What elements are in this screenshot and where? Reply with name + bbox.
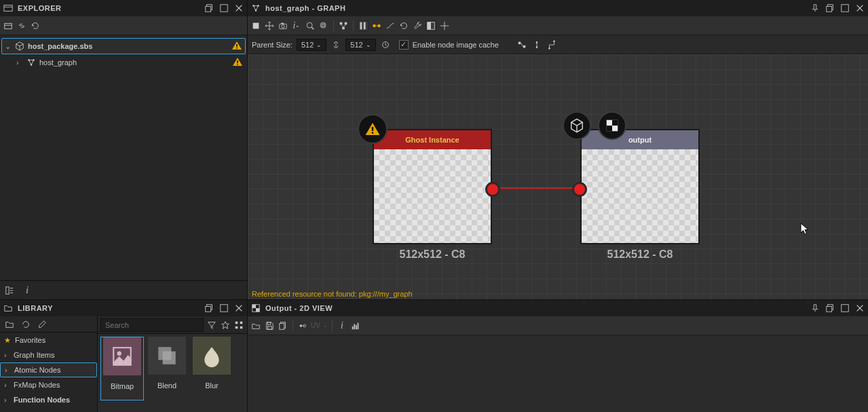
pkg-icon[interactable] — [3, 20, 14, 31]
route-icon[interactable] — [531, 39, 542, 50]
parent-size-w-select[interactable]: 512⌄ — [297, 39, 326, 51]
reload-icon[interactable] — [398, 20, 409, 31]
histogram-icon[interactable] — [350, 320, 361, 331]
graph-title: host_graph - GRAPH — [265, 4, 806, 12]
svg-rect-40 — [364, 22, 366, 29]
star-icon: ★ — [4, 336, 11, 345]
fit-icon[interactable] — [250, 20, 261, 31]
uv-label[interactable]: UV — [311, 322, 320, 329]
curve-icon[interactable] — [385, 20, 396, 31]
node-tree-icon[interactable] — [338, 20, 349, 31]
graph-status: Referenced resource not found: pkg:///my… — [252, 290, 413, 298]
view2d-canvas[interactable] — [248, 335, 868, 412]
output-port[interactable] — [485, 182, 500, 197]
close-icon[interactable] — [854, 3, 865, 14]
svg-rect-85 — [280, 323, 284, 329]
warning-icon — [231, 40, 242, 52]
zoom-icon[interactable] — [305, 20, 316, 31]
lib-item-label: Blend — [157, 381, 176, 390]
svg-rect-24 — [827, 6, 832, 12]
filter-icon[interactable] — [206, 320, 217, 331]
restore-icon[interactable] — [825, 3, 835, 14]
graph-canvas[interactable]: Ghost Instance 512x512 - C8 output 512x5… — [248, 54, 868, 299]
tree-item-package[interactable]: ⌄ host_package.sbs — [1, 38, 246, 54]
restore-icon[interactable] — [825, 303, 835, 314]
library-search-input[interactable] — [100, 318, 204, 332]
svg-rect-3 — [206, 6, 211, 12]
input-port[interactable] — [572, 182, 587, 197]
enable-cache-checkbox[interactable]: ✓ Enable node image cache — [399, 40, 499, 50]
restore-icon[interactable] — [204, 303, 214, 314]
fav-filter-icon[interactable] — [220, 320, 231, 331]
connect-icon[interactable] — [371, 20, 382, 31]
channel-icon[interactable] — [297, 320, 308, 331]
lib-cat-favorites[interactable]: ★Favorites — [0, 333, 97, 348]
close-icon[interactable] — [233, 3, 244, 14]
lib-item-bitmap[interactable]: Bitmap — [100, 337, 144, 400]
align-nodes-icon[interactable] — [516, 39, 527, 50]
node-title: Ghost Instance — [405, 136, 459, 144]
crosshair-icon[interactable] — [439, 20, 450, 31]
close-icon[interactable] — [233, 303, 244, 314]
restore-icon[interactable] — [204, 3, 214, 14]
svg-line-33 — [312, 27, 314, 29]
branch-icon[interactable] — [546, 39, 557, 50]
align-v-icon[interactable] — [358, 20, 369, 31]
chevron-down-icon[interactable]: ⌄ — [323, 322, 328, 329]
prop-icon[interactable] — [4, 285, 15, 296]
lib-item-blend[interactable]: Blend — [145, 337, 189, 400]
camera-icon[interactable] — [278, 20, 288, 31]
maximize-icon[interactable] — [839, 303, 850, 314]
node-ghost-instance[interactable]: Ghost Instance 512x512 - C8 — [373, 129, 492, 244]
maximize-icon[interactable] — [219, 303, 229, 314]
view2d-title: Output - 2D VIEW — [265, 304, 806, 312]
tree-item-graph[interactable]: › host_graph — [1, 54, 246, 71]
info-icon[interactable]: i — [337, 320, 347, 331]
info-caret-icon[interactable]: i⌄ — [291, 20, 302, 31]
node-output[interactable]: output 512x512 - C8 — [580, 129, 700, 244]
lib-cat-fxmap-nodes[interactable]: ›FxMap Nodes — [0, 377, 97, 392]
move-icon[interactable] — [264, 20, 275, 31]
reset-size-icon[interactable] — [380, 39, 391, 50]
svg-point-71 — [117, 352, 121, 356]
pin-icon[interactable] — [810, 3, 820, 14]
maximize-icon[interactable] — [219, 3, 229, 14]
svg-rect-73 — [163, 352, 176, 364]
explorer-title: EXPLORER — [18, 4, 200, 12]
lib-edit-icon[interactable] — [37, 319, 48, 330]
lib-folder-icon[interactable] — [4, 319, 15, 330]
lib-refresh-icon[interactable] — [20, 319, 31, 330]
chevron-down-icon[interactable]: ⌄ — [5, 42, 12, 51]
pin-icon[interactable] — [810, 303, 820, 314]
svg-rect-35 — [322, 24, 324, 26]
comparison-icon[interactable] — [426, 20, 436, 31]
parent-size-h-select[interactable]: 512⌄ — [345, 39, 375, 51]
svg-rect-82 — [267, 322, 270, 324]
lib-cat-atomic-nodes[interactable]: ›Atomic Nodes — [0, 362, 97, 377]
svg-point-53 — [536, 46, 538, 48]
chevron-right-icon[interactable]: › — [16, 58, 23, 67]
svg-point-55 — [553, 40, 555, 42]
refresh-icon[interactable] — [30, 20, 41, 31]
maximize-icon[interactable] — [839, 3, 850, 14]
save-icon[interactable] — [264, 320, 275, 331]
link-sizes-icon[interactable] — [331, 39, 341, 50]
svg-point-52 — [536, 41, 538, 43]
zoom-sel-icon[interactable] — [318, 20, 329, 31]
svg-rect-66 — [235, 321, 238, 324]
close-icon[interactable] — [854, 303, 865, 314]
svg-rect-89 — [352, 326, 354, 329]
node-edge[interactable] — [488, 187, 575, 189]
link-icon[interactable] — [16, 20, 27, 31]
svg-rect-79 — [842, 305, 849, 312]
lib-item-blur[interactable]: Blur — [190, 337, 233, 400]
view-mode-icon[interactable] — [233, 320, 244, 331]
lib-cat-function-nodes[interactable]: ›Function Nodes — [0, 392, 97, 407]
info-icon[interactable]: i — [22, 285, 33, 296]
bitmap-icon — [103, 337, 141, 375]
open-icon[interactable] — [250, 320, 261, 331]
wrench-icon[interactable] — [412, 20, 423, 31]
lib-cat-graph-items[interactable]: ›Graph Items — [0, 348, 97, 362]
svg-rect-10 — [236, 48, 238, 49]
copy-icon[interactable] — [278, 320, 288, 331]
